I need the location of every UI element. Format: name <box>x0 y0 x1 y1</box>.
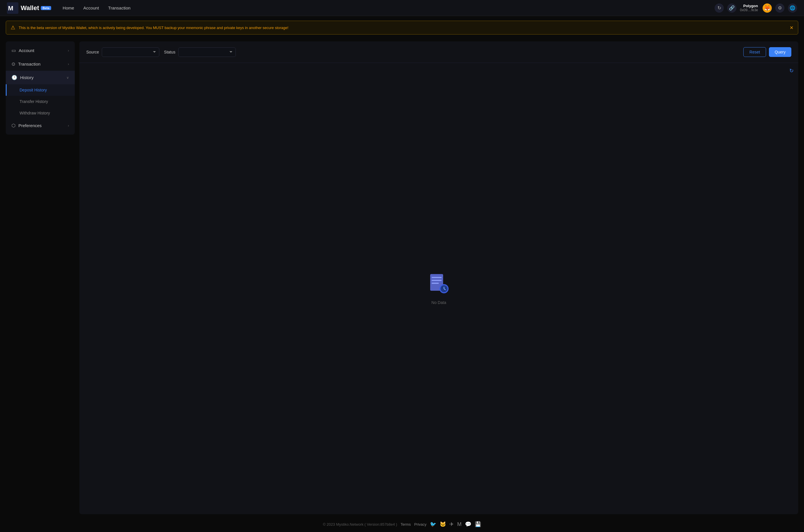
sidebar-item-transaction[interactable]: ⊙ Transaction › <box>6 57 75 71</box>
warning-icon: ⚠ <box>11 24 15 31</box>
privacy-link[interactable]: Privacy <box>414 522 426 527</box>
account-icon: ▭ <box>12 48 16 53</box>
copyright-text: © 2023 Mystiko.Network ( Version:857b8e4… <box>323 522 397 527</box>
beta-badge: Beta <box>41 6 51 10</box>
sidebar-transfer-history[interactable]: Transfer History <box>6 96 75 107</box>
transaction-icon: ⊙ <box>12 61 15 67</box>
sync-button[interactable]: ↻ <box>714 3 724 13</box>
query-button[interactable]: Query <box>769 47 791 57</box>
preferences-icon: ⬡ <box>12 123 16 128</box>
account-chevron-icon: › <box>68 49 69 53</box>
sidebar-account-left: ▭ Account <box>12 48 34 53</box>
footer: © 2023 Mystiko.Network ( Version:857b8e4… <box>0 516 804 532</box>
discord-icon[interactable]: 💬 <box>465 521 471 527</box>
avatar-emoji: 🦊 <box>764 5 770 11</box>
status-group: Status <box>164 48 236 57</box>
header-right: ↻ 🔗 Polygon 0x09....fe3e 🦊 ⚙ 🌐 <box>714 3 797 13</box>
sidebar-preferences-left: ⬡ Preferences <box>12 123 42 128</box>
sidebar-history-sub: Deposit History Transfer History Withdra… <box>6 84 75 119</box>
refresh-button[interactable]: ↻ <box>789 68 793 74</box>
refresh-icon: ↻ <box>789 68 793 74</box>
sidebar-transaction-left: ⊙ Transaction <box>12 61 41 67</box>
sidebar-history-left: 🕐 History <box>12 75 34 80</box>
account-info: Polygon 0x09....fe3e <box>740 4 758 12</box>
settings-icon: ⚙ <box>778 5 782 11</box>
nav-home[interactable]: Home <box>63 4 74 12</box>
source-select[interactable] <box>102 48 159 57</box>
no-data-text: No Data <box>431 300 446 305</box>
medium-icon[interactable]: M <box>457 521 461 527</box>
language-button[interactable]: 🌐 <box>788 3 797 13</box>
sidebar-withdraw-history[interactable]: Withdraw History <box>6 107 75 119</box>
header: M Wallet Beta Home Account Transaction ↻… <box>0 0 804 16</box>
filter-buttons: Reset Query <box>743 47 791 57</box>
terms-link[interactable]: Terms <box>401 522 410 527</box>
nav-transaction[interactable]: Transaction <box>108 4 131 12</box>
status-select[interactable] <box>178 48 236 57</box>
svg-rect-4 <box>432 280 442 281</box>
content-area: Source Status Reset Query ↻ <box>79 41 798 514</box>
logo-area: M Wallet Beta <box>7 2 51 14</box>
history-icon: 🕐 <box>12 75 17 80</box>
status-label: Status <box>164 50 175 54</box>
source-label: Source <box>86 50 99 54</box>
sidebar-history-label: History <box>20 75 34 80</box>
network-name: Polygon <box>743 4 758 8</box>
sidebar-transaction-label: Transaction <box>18 61 41 66</box>
beta-banner: ⚠ This is the beta version of Mystiko Wa… <box>6 21 798 35</box>
github-icon[interactable]: 🐱 <box>440 521 446 527</box>
sidebar-item-account[interactable]: ▭ Account › <box>6 44 75 57</box>
nav-account[interactable]: Account <box>83 4 99 12</box>
filter-bar: Source Status Reset Query <box>79 41 798 63</box>
other-icon[interactable]: 💾 <box>475 521 481 527</box>
source-group: Source <box>86 48 159 57</box>
content-inner: ↻ No Data <box>79 63 798 514</box>
globe-icon: 🌐 <box>790 5 796 11</box>
svg-rect-3 <box>432 277 442 278</box>
sidebar-deposit-history[interactable]: Deposit History <box>6 84 75 96</box>
sync-icon: ↻ <box>717 5 721 11</box>
no-data-icon <box>427 272 450 296</box>
svg-rect-5 <box>432 283 439 284</box>
avatar[interactable]: 🦊 <box>763 3 772 13</box>
social-links: 🐦 🐱 ✈ M 💬 💾 <box>430 521 481 527</box>
link-icon: 🔗 <box>729 5 735 11</box>
banner-text: This is the beta version of Mystiko Wall… <box>19 25 786 30</box>
history-chevron-icon: ∨ <box>66 76 69 80</box>
twitter-icon[interactable]: 🐦 <box>430 521 436 527</box>
transaction-chevron-icon: › <box>68 62 69 66</box>
reset-button[interactable]: Reset <box>743 47 766 57</box>
svg-text:M: M <box>8 5 13 12</box>
sidebar-preferences-label: Preferences <box>18 123 42 128</box>
link-button[interactable]: 🔗 <box>727 3 736 13</box>
sidebar-item-history[interactable]: 🕐 History ∨ <box>6 71 75 84</box>
telegram-icon[interactable]: ✈ <box>449 521 454 527</box>
account-address: 0x09....fe3e <box>740 8 758 12</box>
banner-close-button[interactable]: ✕ <box>790 25 793 31</box>
logo-icon: M <box>7 2 18 14</box>
preferences-chevron-icon: › <box>68 124 69 128</box>
sidebar: ▭ Account › ⊙ Transaction › 🕐 History ∨ … <box>6 41 75 135</box>
main-content: ▭ Account › ⊙ Transaction › 🕐 History ∨ … <box>0 39 804 514</box>
sidebar-account-label: Account <box>19 48 34 53</box>
sidebar-item-preferences[interactable]: ⬡ Preferences › <box>6 119 75 132</box>
nav-links: Home Account Transaction <box>63 4 714 12</box>
settings-button[interactable]: ⚙ <box>775 3 784 13</box>
empty-state: No Data <box>79 63 798 514</box>
logo-text: Wallet <box>21 4 39 12</box>
